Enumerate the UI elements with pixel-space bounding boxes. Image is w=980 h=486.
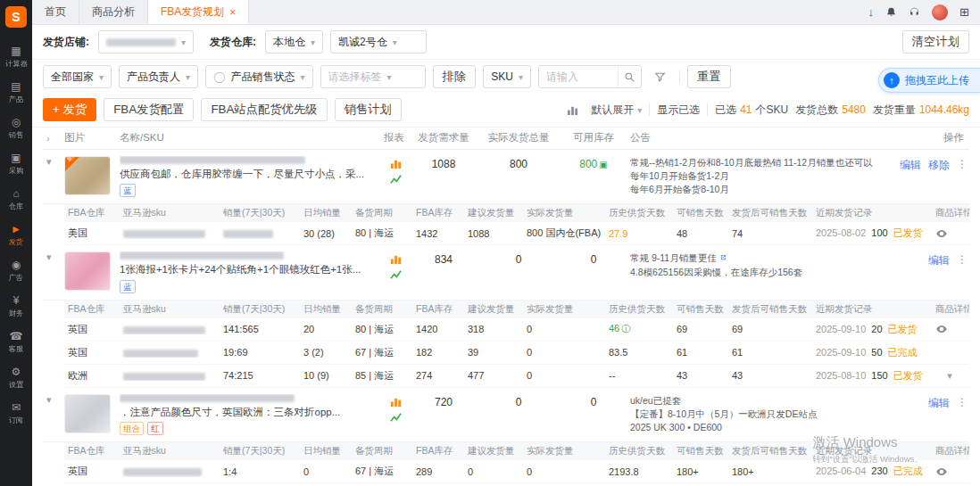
app-window: S ▦计算器 ▤产品 ◎销售 ▣采购 ⌂仓库 ►发货 ◉广告 ¥财务 ☎客服 ⚙… <box>0 0 980 486</box>
record-status-link[interactable]: 已发货 <box>888 324 918 334</box>
sub-daily: 10 (9) <box>300 370 352 381</box>
sub-cycle: 67 | 海运 <box>352 346 412 359</box>
sub-sales-blurred <box>220 228 300 239</box>
edit-link[interactable]: 编辑 <box>928 396 950 411</box>
app-logo-icon[interactable]: S <box>5 6 27 28</box>
bar-report-icon[interactable] <box>390 158 402 169</box>
sidebar-item-service[interactable]: ☎客服 <box>0 325 32 361</box>
shop-label: 发货店铺: <box>43 35 89 50</box>
download-icon[interactable]: ↓ <box>868 5 875 19</box>
fba-priority-button[interactable]: FBA站点配货优先级 <box>201 98 327 121</box>
keyword-input[interactable] <box>539 66 618 87</box>
collapse-row-icon[interactable]: ▾ <box>43 156 64 168</box>
sub-history-days: 83.5 <box>605 347 673 358</box>
sku-field-select[interactable]: SKU▾ <box>483 65 531 88</box>
eye-icon[interactable] <box>932 227 969 240</box>
product-image[interactable] <box>64 394 111 433</box>
owner-select[interactable]: 产品负责人▾ <box>119 65 198 88</box>
more-actions-icon[interactable]: ⋮ <box>957 396 968 408</box>
header-available: 可用库存 <box>562 131 630 144</box>
warehouse-type-select[interactable]: 本地仓▾ <box>265 30 323 54</box>
sidebar-item-purchase[interactable]: ▣采购 <box>0 147 32 183</box>
column-chart-icon[interactable] <box>561 98 584 121</box>
tag-select[interactable]: 请选择标签▾ <box>320 65 426 88</box>
header-operations: 操作 <box>896 131 969 144</box>
sub-after-days: 180+ <box>728 466 812 477</box>
demand-qty: 834 <box>412 251 480 266</box>
eye-icon[interactable] <box>932 465 969 478</box>
reset-button[interactable]: 重置 <box>687 65 731 88</box>
sub-sellable-days: 48 <box>673 228 728 239</box>
show-selected-toggle[interactable]: 显示已选 <box>657 103 700 118</box>
bar-report-icon[interactable] <box>390 253 402 265</box>
record-status-link[interactable]: 已完成 <box>888 347 918 358</box>
keyword-input-group <box>538 65 642 88</box>
bar-report-icon[interactable] <box>390 396 402 408</box>
eye-icon[interactable] <box>932 323 969 335</box>
default-expand-dropdown[interactable]: 默认展开▾ <box>591 103 642 118</box>
search-icon[interactable] <box>618 65 641 88</box>
record-status-link[interactable]: 已完成 <box>893 465 923 476</box>
tab-product-analysis[interactable]: 商品分析 <box>79 0 148 24</box>
sidebar-item-finance[interactable]: ¥财务 <box>0 290 32 325</box>
product-image[interactable]: 新品 <box>64 156 111 195</box>
sub-sku-blurred <box>120 347 220 358</box>
trend-report-icon[interactable] <box>390 269 402 281</box>
apps-grid-icon[interactable]: ⊞ <box>959 5 969 19</box>
warehouse-icon: ⌂ <box>12 188 19 199</box>
more-actions-icon[interactable]: ⋮ <box>957 253 968 266</box>
sidebar-item-advertising[interactable]: ◉广告 <box>0 254 32 290</box>
sub-warehouse: 欧洲 <box>64 369 120 383</box>
filter-funnel-icon[interactable] <box>649 65 672 88</box>
tab-bar: 首页 商品分析 FBA发货规划 × ↓ ⊞ <box>32 0 980 25</box>
shop-select[interactable]: ▾ <box>98 30 194 54</box>
edit-link[interactable]: 编辑 <box>928 253 950 268</box>
sidebar-item-sales[interactable]: ◎销售 <box>0 111 32 147</box>
service-icon: ☎ <box>10 331 23 342</box>
product-image[interactable] <box>64 251 111 291</box>
trend-report-icon[interactable] <box>390 412 402 424</box>
sidebar-item-shipping[interactable]: ►发货 <box>0 218 32 254</box>
sub-suggest: 39 <box>464 347 523 358</box>
expand-more-icon[interactable]: ▾ <box>932 370 969 382</box>
expand-all-icon[interactable]: › <box>43 133 64 144</box>
fba-config-button[interactable]: FBA发货配置 <box>104 98 194 121</box>
clear-plan-button[interactable]: 清空计划 <box>902 30 969 54</box>
sidebar-item-warehouse[interactable]: ⌂仓库 <box>0 183 32 218</box>
record-status-link[interactable]: 已发货 <box>893 370 923 381</box>
sidebar-item-product[interactable]: ▤产品 <box>0 76 32 111</box>
close-tab-icon[interactable]: × <box>229 6 236 19</box>
more-actions-icon[interactable]: ⋮ <box>957 158 968 170</box>
trend-report-icon[interactable] <box>390 174 402 185</box>
warehouse-name-select[interactable]: 凯诚2号仓▾ <box>330 30 427 54</box>
tab-home[interactable]: 首页 <box>32 0 79 24</box>
sidebar-item-subscription[interactable]: ✉订阅 <box>0 397 32 432</box>
external-link-icon[interactable] <box>719 252 727 263</box>
avatar[interactable] <box>932 4 948 21</box>
country-select[interactable]: 全部国家▾ <box>43 65 112 88</box>
filter-row-search: 全部国家▾ 产品负责人▾ ◯产品销售状态▾ 请选择标签▾ 排除 SKU▾ 重置 <box>32 60 980 94</box>
remove-link[interactable]: 移除 <box>928 158 950 173</box>
ship-button[interactable]: + 发货 <box>43 98 96 121</box>
sales-plan-button[interactable]: 销售计划 <box>335 98 402 121</box>
sale-status-select[interactable]: ◯产品销售状态▾ <box>205 65 312 88</box>
sub-fba-stock: 1432 <box>412 228 464 239</box>
sub-suggest: 1088 <box>464 228 523 239</box>
tag-blue: 蓝 <box>120 184 136 197</box>
record-status-link[interactable]: 已发货 <box>893 227 923 238</box>
drag-upload-badge[interactable]: ↑ 拖拽至此上传 <box>878 68 980 93</box>
sidebar-item-calculator[interactable]: ▦计算器 <box>0 40 32 76</box>
table-header-row: › 图片 名称/SKU 报表 发货需求量 实际发货总量 可用库存 公告 操作 <box>43 128 969 150</box>
tab-fba-shipping-plan[interactable]: FBA发货规划 × <box>148 0 249 24</box>
product-row: ▾ 1张海报+1张卡片+24个贴纸角+1个眼镜玫红色+1张... 蓝 834 0… <box>43 245 969 300</box>
collapse-row-icon[interactable]: ▾ <box>43 251 64 263</box>
edit-link[interactable]: 编辑 <box>900 158 921 173</box>
sidebar-item-settings[interactable]: ⚙设置 <box>0 361 32 397</box>
logo-glyph: S <box>12 10 20 24</box>
bell-icon[interactable] <box>885 6 897 18</box>
exclude-button[interactable]: 排除 <box>433 65 477 88</box>
headset-icon[interactable] <box>909 6 920 18</box>
collapse-row-icon[interactable]: ▾ <box>43 394 64 406</box>
sub-sellable-days: 69 <box>673 324 728 334</box>
sub-actual: 0 <box>523 370 605 381</box>
